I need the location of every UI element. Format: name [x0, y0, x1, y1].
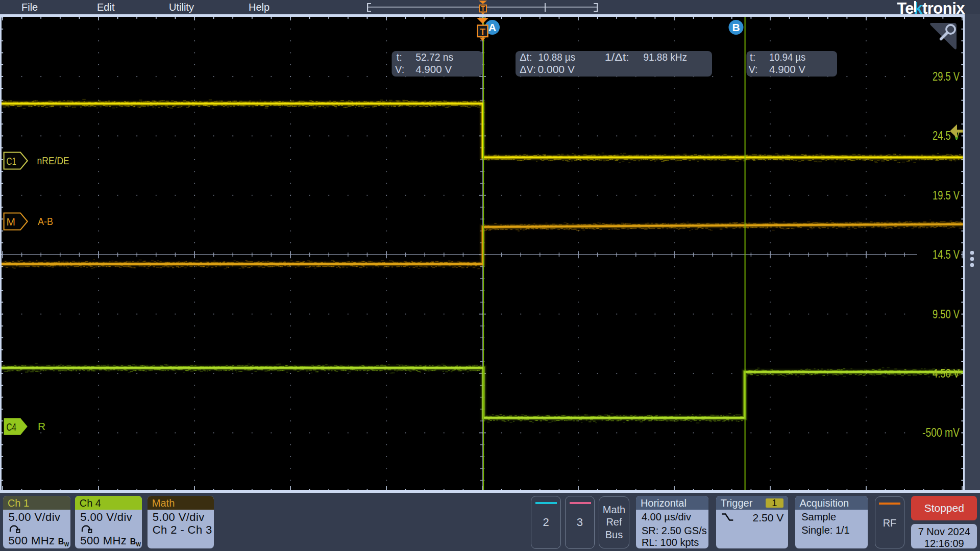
svg-text:nRE/DE: nRE/DE	[37, 155, 69, 166]
svg-text:10.88 µs: 10.88 µs	[538, 52, 576, 63]
svg-text:9.50 V: 9.50 V	[933, 308, 960, 321]
svg-text:52.72 ns: 52.72 ns	[415, 52, 453, 63]
svg-text:1/Δt:: 1/Δt:	[605, 52, 629, 63]
svg-text:B: B	[732, 21, 740, 33]
svg-text:29.5 V: 29.5 V	[933, 70, 960, 83]
svg-text:14.5 V: 14.5 V	[933, 248, 960, 261]
svg-text:Δt:: Δt:	[520, 52, 532, 63]
svg-text:91.88 kHz: 91.88 kHz	[644, 52, 687, 63]
svg-text:4.50 V: 4.50 V	[933, 367, 960, 380]
svg-text:C1: C1	[7, 155, 17, 167]
svg-text:4.900 V: 4.900 V	[769, 64, 806, 75]
svg-text:M: M	[7, 216, 16, 228]
svg-text:t:: t:	[397, 52, 402, 63]
svg-text:10.94 µs: 10.94 µs	[769, 52, 805, 63]
svg-text:19.5 V: 19.5 V	[933, 189, 960, 202]
svg-text:A-B: A-B	[38, 215, 53, 227]
svg-text:ΔV:: ΔV:	[520, 64, 536, 75]
svg-text:R: R	[38, 420, 45, 432]
svg-text:t:: t:	[750, 52, 755, 63]
svg-text:A: A	[488, 21, 496, 33]
svg-text:V:: V:	[395, 64, 404, 75]
svg-text:T: T	[480, 27, 485, 37]
svg-text:C4: C4	[7, 421, 17, 433]
svg-text:0.000 V: 0.000 V	[537, 64, 575, 75]
svg-text:T: T	[481, 5, 485, 12]
svg-text:-500 mV: -500 mV	[922, 426, 960, 439]
svg-text:V:: V:	[749, 64, 758, 75]
svg-text:4.900 V: 4.900 V	[415, 64, 452, 75]
